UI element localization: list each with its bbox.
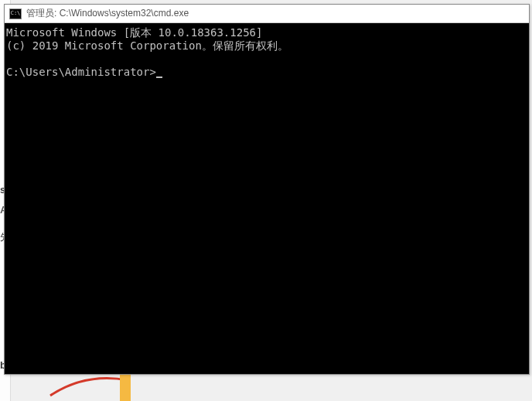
cmd-window: C:\ 管理员: C:\Windows\system32\cmd.exe Mic… xyxy=(4,4,530,375)
terminal-line: (c) 2019 Microsoft Corporation。保留所有权利。 xyxy=(6,39,527,53)
cmd-icon: C:\ xyxy=(9,8,22,19)
title-bar[interactable]: C:\ 管理员: C:\Windows\system32\cmd.exe xyxy=(5,5,529,23)
red-stroke-icon xyxy=(46,376,131,399)
cursor-icon xyxy=(156,76,162,78)
window-title: 管理员: C:\Windows\system32\cmd.exe xyxy=(26,7,189,20)
terminal-prompt: C:\Users\Administrator> xyxy=(6,66,527,79)
terminal-body[interactable]: Microsoft Windows [版本 10.0.18363.1256](c… xyxy=(5,23,529,374)
terminal-line: Microsoft Windows [版本 10.0.18363.1256] xyxy=(6,26,527,39)
orange-bar xyxy=(120,374,131,401)
